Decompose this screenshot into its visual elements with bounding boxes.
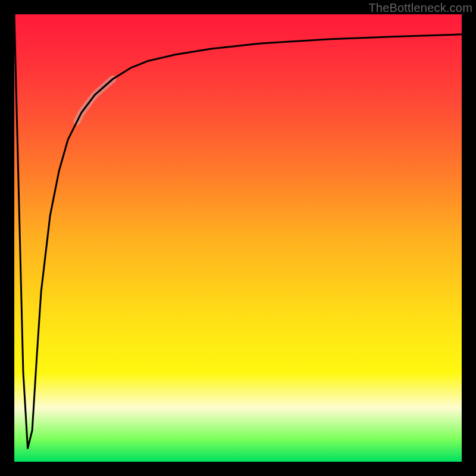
- curve-layer: [14, 14, 462, 462]
- watermark-text: TheBottleneck.com: [368, 1, 472, 15]
- highlight-segment: [77, 79, 112, 122]
- chart-frame: TheBottleneck.com: [0, 0, 476, 476]
- main-curve: [14, 14, 462, 448]
